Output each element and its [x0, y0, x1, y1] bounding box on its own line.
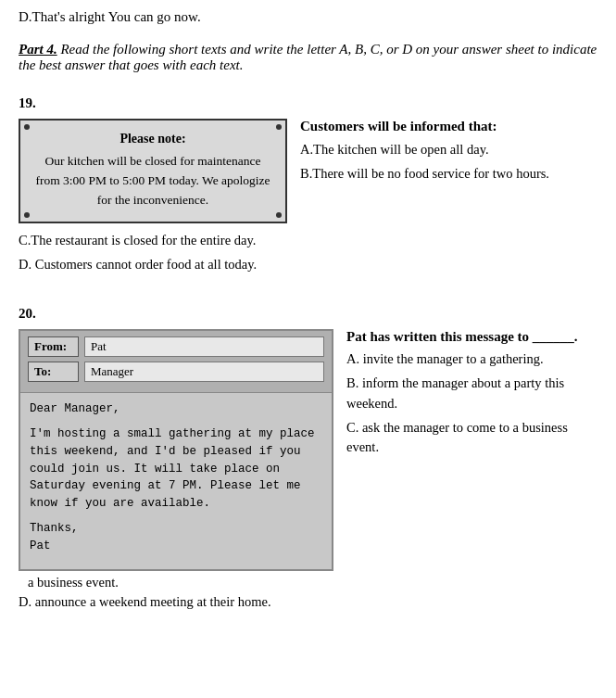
question-19-number: 19. [19, 95, 597, 111]
notice-box: Please note: Our kitchen will be closed … [19, 119, 287, 223]
part-heading-underline: Part 4. [19, 42, 57, 57]
question-20-number: 20. [19, 306, 597, 322]
to-field: To: Manager [28, 362, 324, 382]
corner-dot-tl [24, 124, 30, 130]
q19-answers: Customers will be informed that: A.The k… [300, 119, 597, 188]
q20-option-d-continuation: a business event. [19, 575, 597, 590]
part-heading-rest: Read the following short texts and write… [19, 42, 597, 72]
q19-option-d: D. Customers cannot order food at all to… [19, 255, 597, 275]
notice-title: Please note: [33, 132, 272, 146]
from-field: From: Pat [28, 336, 324, 357]
q20-option-b: B. inform the manager about a party this… [346, 374, 597, 414]
corner-dot-bl [24, 212, 30, 218]
q19-option-a: A.The kitchen will be open all day. [300, 140, 597, 160]
email-box: From: Pat To: Manager Dear Manager, I'm … [19, 329, 333, 571]
email-body-line2: I'm hosting a small gathering at my plac… [30, 425, 322, 513]
notice-body: Our kitchen will be closed for maintenan… [33, 152, 272, 210]
question-20-container: From: Pat To: Manager Dear Manager, I'm … [19, 329, 597, 571]
q20-option-d: D. announce a weekend meeting at their h… [19, 594, 597, 610]
from-value: Pat [84, 336, 324, 357]
email-body-sign: Thanks, Pat [30, 520, 322, 555]
q19-option-c: C.The restaurant is closed for the entir… [19, 231, 597, 251]
question-19-container: Please note: Our kitchen will be closed … [19, 119, 597, 223]
q20-answers: Pat has written this message to ______. … [346, 329, 597, 462]
email-body-line1: Dear Manager, [30, 400, 322, 418]
q20-option-c-end: a business event. [28, 575, 119, 590]
from-label: From: [28, 336, 79, 357]
to-label: To: [28, 362, 79, 382]
corner-dot-br [276, 212, 282, 218]
previous-answer-d: D.That's alright You can go now. [19, 9, 597, 25]
email-name: Pat [30, 539, 51, 552]
email-body: Dear Manager, I'm hosting a small gather… [20, 392, 332, 569]
email-header: From: Pat To: Manager [20, 331, 332, 392]
q20-question-title: Pat has written this message to ______. [346, 329, 597, 345]
corner-dot-tr [276, 124, 282, 130]
to-value: Manager [84, 362, 324, 382]
part-heading: Part 4. Read the following short texts a… [19, 42, 597, 73]
question-20-wrapper: 20. From: Pat To: Manager Dear Manager, … [19, 306, 597, 610]
q19-option-b: B.There will be no food service for two … [300, 164, 597, 184]
q20-option-c: C. ask the manager to come to a business… [346, 418, 597, 459]
q19-question-title: Customers will be informed that: [300, 119, 597, 134]
email-thanks: Thanks, [30, 522, 79, 535]
q20-option-a: A. invite the manager to a gathering. [346, 349, 597, 370]
